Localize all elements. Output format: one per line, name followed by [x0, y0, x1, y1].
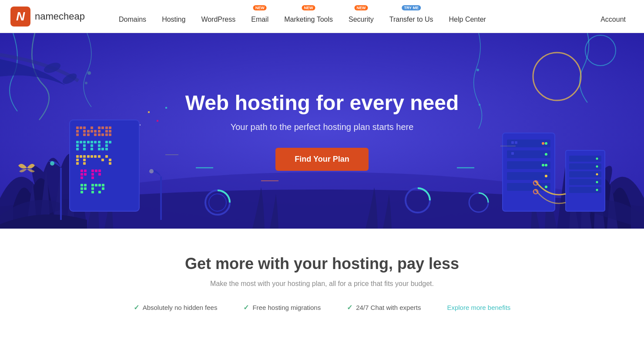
svg-rect-7 [148, 111, 150, 113]
nav-item-help[interactable]: Help Center [441, 0, 494, 33]
svg-rect-65 [94, 155, 97, 158]
svg-point-104 [545, 164, 547, 166]
svg-rect-9 [165, 107, 167, 109]
svg-rect-11 [70, 120, 139, 211]
benefit-migrations: ✓ Free hosting migrations [243, 303, 321, 312]
svg-rect-67 [101, 159, 104, 161]
svg-rect-53 [105, 144, 108, 147]
svg-rect-86 [84, 187, 87, 190]
svg-rect-44 [91, 141, 93, 143]
svg-rect-55 [109, 141, 111, 143]
svg-rect-93 [102, 184, 104, 186]
svg-rect-78 [91, 176, 94, 179]
svg-rect-31 [105, 130, 108, 133]
below-hero-title: Get more with your hosting, pay less [10, 255, 634, 273]
svg-point-107 [545, 186, 547, 188]
nav-item-account[interactable]: Account [593, 0, 634, 33]
svg-point-120 [596, 181, 598, 183]
svg-rect-58 [76, 162, 79, 165]
svg-rect-76 [91, 170, 94, 172]
nav-items: Domains Hosting WordPress NEW Email NEW … [111, 0, 634, 33]
svg-rect-24 [94, 133, 97, 136]
svg-rect-57 [76, 159, 79, 161]
svg-rect-62 [83, 162, 86, 165]
nav-item-wordpress[interactable]: WordPress [193, 0, 243, 33]
transfer-badge: TRY ME [402, 5, 421, 10]
svg-point-106 [545, 175, 547, 177]
svg-rect-49 [98, 144, 101, 147]
check-icon-3: ✓ [347, 303, 352, 312]
svg-rect-36 [76, 141, 79, 143]
logo-icon: N [10, 7, 30, 27]
nav-item-domains[interactable]: Domains [111, 0, 154, 33]
svg-point-103 [545, 153, 547, 156]
svg-rect-34 [109, 130, 111, 133]
svg-rect-46 [91, 144, 93, 147]
svg-rect-37 [76, 144, 79, 147]
check-icon-1: ✓ [134, 303, 139, 312]
benefit-chat: ✓ 24/7 Chat with experts [347, 303, 421, 312]
hero-section: Web hosting for every need Your path to … [0, 33, 644, 229]
benefit-label-2: Free hosting migrations [252, 304, 321, 311]
svg-rect-79 [95, 170, 97, 172]
svg-rect-72 [80, 173, 83, 176]
svg-rect-92 [98, 191, 101, 193]
logo-wordmark: namecheap [35, 11, 85, 22]
svg-rect-61 [83, 159, 86, 161]
svg-point-117 [596, 158, 598, 160]
nav-item-security[interactable]: NEW Security [341, 0, 382, 33]
svg-rect-27 [98, 133, 101, 136]
svg-point-121 [596, 189, 598, 191]
svg-rect-85 [84, 184, 87, 186]
below-hero-subtitle: Make the most with your hosting plan, al… [10, 280, 634, 288]
svg-point-105 [542, 164, 544, 166]
benefits-row: ✓ Absolutely no hidden fees ✓ Free hosti… [10, 303, 634, 312]
svg-rect-19 [87, 130, 90, 133]
explore-more-link[interactable]: Explore more benefits [447, 304, 510, 311]
svg-rect-12 [76, 126, 79, 129]
benefit-label-3: 24/7 Chat with experts [356, 304, 421, 311]
logo-link[interactable]: N namecheap [10, 7, 85, 27]
svg-rect-23 [94, 130, 97, 133]
svg-rect-20 [87, 133, 90, 136]
svg-rect-68 [105, 155, 108, 158]
nav-item-transfer[interactable]: TRY ME Transfer to Us [382, 0, 441, 33]
svg-rect-63 [87, 155, 90, 158]
svg-rect-39 [80, 141, 82, 143]
svg-point-132 [479, 104, 481, 106]
navbar: N namecheap Domains Hosting WordPress NE… [0, 0, 644, 33]
svg-rect-59 [80, 155, 82, 158]
svg-rect-84 [80, 191, 83, 193]
benefit-label-1: Absolutely no hidden fees [143, 304, 218, 311]
svg-rect-17 [83, 130, 86, 133]
svg-rect-33 [109, 126, 111, 129]
svg-point-102 [542, 142, 544, 145]
svg-rect-52 [105, 141, 108, 143]
svg-rect-54 [105, 148, 108, 150]
svg-rect-35 [109, 133, 111, 136]
svg-rect-22 [91, 130, 93, 133]
svg-rect-69 [109, 159, 111, 161]
svg-rect-41 [83, 144, 86, 147]
svg-rect-38 [76, 148, 79, 150]
check-icon-2: ✓ [243, 303, 249, 312]
svg-rect-108 [511, 141, 514, 144]
find-your-plan-button[interactable]: Find Your Plan [275, 148, 368, 171]
nav-item-marketing[interactable]: NEW Marketing Tools [276, 0, 341, 33]
svg-point-101 [545, 142, 547, 145]
svg-rect-66 [98, 155, 101, 158]
svg-rect-74 [84, 170, 87, 172]
svg-rect-73 [80, 176, 83, 179]
below-hero-section: Get more with your hosting, pay less Mak… [0, 229, 644, 329]
svg-rect-29 [101, 133, 104, 136]
svg-rect-87 [91, 184, 94, 186]
svg-rect-110 [511, 152, 514, 155]
nav-item-hosting[interactable]: Hosting [154, 0, 193, 33]
svg-rect-80 [98, 170, 101, 172]
nav-item-email[interactable]: NEW Email [243, 0, 276, 33]
svg-rect-71 [80, 170, 83, 172]
svg-rect-30 [105, 126, 108, 129]
svg-rect-89 [91, 191, 94, 193]
svg-rect-56 [76, 155, 79, 158]
svg-rect-47 [94, 141, 97, 143]
